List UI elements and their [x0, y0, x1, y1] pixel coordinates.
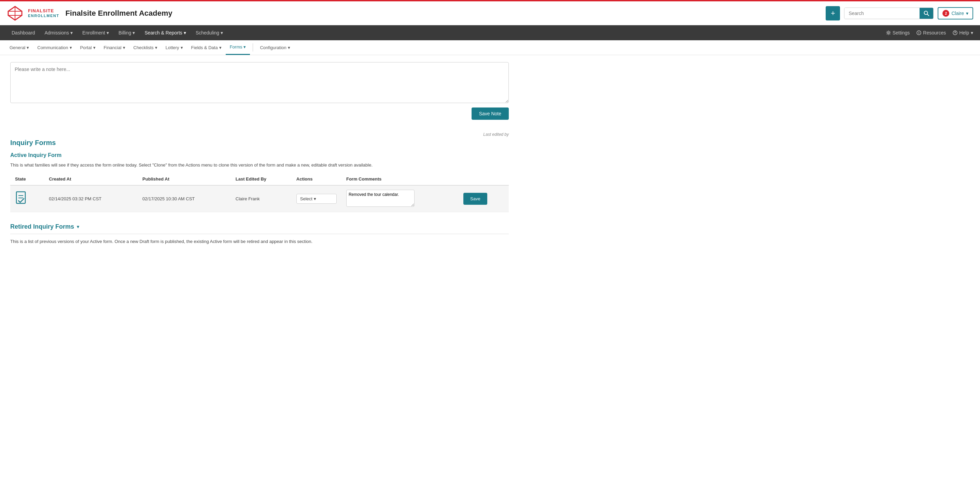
chevron-down-icon: ▾: [27, 45, 29, 50]
user-name: Claire: [951, 11, 964, 16]
subnav-portal[interactable]: Portal ▾: [76, 40, 100, 55]
cell-state: [10, 185, 44, 212]
search-icon: [924, 11, 929, 16]
col-form-comments: Form Comments: [342, 173, 458, 185]
note-textarea[interactable]: [10, 62, 509, 103]
logo-area: FINALSITE ENROLLMENT Finalsite Enrollmen…: [7, 5, 172, 22]
save-note-row: Save Note: [10, 108, 509, 120]
add-button[interactable]: +: [826, 6, 840, 21]
table-header-row: State Created At Published At Last Edite…: [10, 173, 509, 185]
chevron-down-icon: ▾: [132, 30, 135, 35]
app-title: Finalsite Enrollment Academy: [65, 9, 172, 18]
help-nav-item[interactable]: Help ▾: [953, 30, 973, 35]
nav-item-admissions[interactable]: Admissions ▾: [40, 25, 78, 40]
chevron-down-icon: ▾: [971, 30, 973, 35]
col-actions: Actions: [292, 173, 342, 185]
chevron-down-icon: ▾: [219, 45, 222, 50]
actions-select[interactable]: Select ▾: [296, 194, 337, 204]
subnav-general[interactable]: General ▾: [5, 40, 33, 55]
nav-item-enrollment[interactable]: Enrollment ▾: [78, 25, 114, 40]
search-button[interactable]: [920, 8, 933, 19]
chevron-down-icon: ▾: [123, 45, 125, 50]
subnav-configuration[interactable]: Configuration ▾: [256, 40, 294, 55]
settings-nav-item[interactable]: Settings: [886, 30, 910, 35]
svg-point-7: [955, 34, 955, 34]
nav-item-dashboard[interactable]: Dashboard: [7, 25, 40, 40]
nav-item-scheduling[interactable]: Scheduling ▾: [191, 25, 228, 40]
nav-item-billing[interactable]: Billing ▾: [114, 25, 140, 40]
table-row: 02/14/2025 03:32 PM CST 02/17/2025 10:30…: [10, 185, 509, 212]
search-input[interactable]: [845, 8, 920, 19]
gear-icon: [886, 30, 891, 35]
chevron-down-icon: ▾: [70, 45, 72, 50]
subnav-forms[interactable]: Forms ▾: [226, 40, 250, 55]
sub-nav: General ▾ Communication ▾ Portal ▾ Finan…: [0, 40, 980, 55]
company-brand: FINALSITE ENROLLMENT: [28, 8, 59, 17]
subnav-lottery[interactable]: Lottery ▾: [162, 40, 187, 55]
subnav-fields-data[interactable]: Fields & Data ▾: [187, 40, 226, 55]
subnav-checklists[interactable]: Checklists ▾: [129, 40, 162, 55]
main-nav: Dashboard Admissions ▾ Enrollment ▾ Bill…: [0, 25, 980, 40]
finalsite-logo: [7, 5, 23, 22]
resources-nav-item[interactable]: Resources: [916, 30, 946, 35]
retired-description: This is a list of previous versions of y…: [10, 239, 509, 244]
inquiry-forms-header-row: Inquiry Forms Last edited by: [10, 129, 509, 147]
chevron-down-icon: ▾: [107, 30, 109, 35]
active-inquiry-form-title: Active Inquiry Form: [10, 152, 509, 158]
save-note-button[interactable]: Save Note: [472, 108, 509, 120]
main-nav-right: Settings Resources Help ▾: [886, 30, 973, 35]
cell-actions: Select ▾: [292, 185, 342, 212]
cell-form-comments: Removed the tour calendar.: [342, 185, 458, 212]
retired-divider: [10, 234, 509, 234]
cell-created-at: 02/14/2025 03:32 PM CST: [44, 185, 138, 212]
active-form-description: This is what families will see if they a…: [10, 162, 509, 168]
retired-inquiry-forms-label: Retired Inquiry Forms: [10, 223, 74, 230]
form-comment-input[interactable]: Removed the tour calendar.: [346, 190, 415, 207]
chevron-down-icon: ▾: [70, 30, 73, 35]
help-icon: [953, 30, 958, 35]
user-area[interactable]: 2 Claire ▾: [938, 7, 973, 19]
col-published-at: Published At: [138, 173, 231, 185]
main-content: Save Note Inquiry Forms Last edited by A…: [0, 55, 519, 251]
col-state: State: [10, 173, 44, 185]
svg-point-4: [888, 32, 889, 34]
svg-line-3: [928, 14, 929, 16]
search-box: [844, 8, 934, 19]
cell-published-at: 02/17/2025 10:30 AM CST: [138, 185, 231, 212]
chevron-down-icon: ▾: [221, 30, 223, 35]
save-row-button[interactable]: Save: [463, 193, 487, 205]
sub-nav-divider: [253, 43, 253, 52]
chevron-down-icon: ▾: [314, 196, 316, 201]
last-edited-text: Last edited by: [483, 132, 509, 137]
chevron-down-icon: ▾: [93, 45, 95, 50]
cell-save: Save: [458, 185, 509, 212]
subnav-communication[interactable]: Communication ▾: [33, 40, 76, 55]
inquiry-forms-table: State Created At Published At Last Edite…: [10, 173, 509, 212]
info-icon: [916, 30, 921, 35]
chevron-down-icon: ▾: [181, 45, 183, 50]
chevron-down-icon: ▾: [155, 45, 158, 50]
col-save: [458, 173, 509, 185]
user-chevron-icon: ▾: [966, 11, 968, 16]
subnav-financial[interactable]: Financial ▾: [100, 40, 129, 55]
nav-item-search-reports[interactable]: Search & Reports ▾: [140, 25, 191, 40]
header-right: + 2 Claire ▾: [826, 6, 973, 21]
inquiry-forms-title: Inquiry Forms: [10, 139, 56, 147]
form-check-icon: [15, 191, 28, 206]
chevron-down-icon: ▾: [184, 30, 186, 35]
chevron-down-icon: ▾: [288, 45, 290, 50]
notification-badge: 2: [942, 10, 949, 17]
cell-last-edited-by: Claire Frank: [231, 185, 292, 212]
col-last-edited-by: Last Edited By: [231, 173, 292, 185]
header: FINALSITE ENROLLMENT Finalsite Enrollmen…: [0, 2, 980, 25]
retired-inquiry-forms-toggle[interactable]: Retired Inquiry Forms ▾: [10, 223, 509, 230]
retired-chevron-icon: ▾: [77, 224, 79, 229]
col-created-at: Created At: [44, 173, 138, 185]
chevron-down-icon: ▾: [243, 44, 246, 49]
